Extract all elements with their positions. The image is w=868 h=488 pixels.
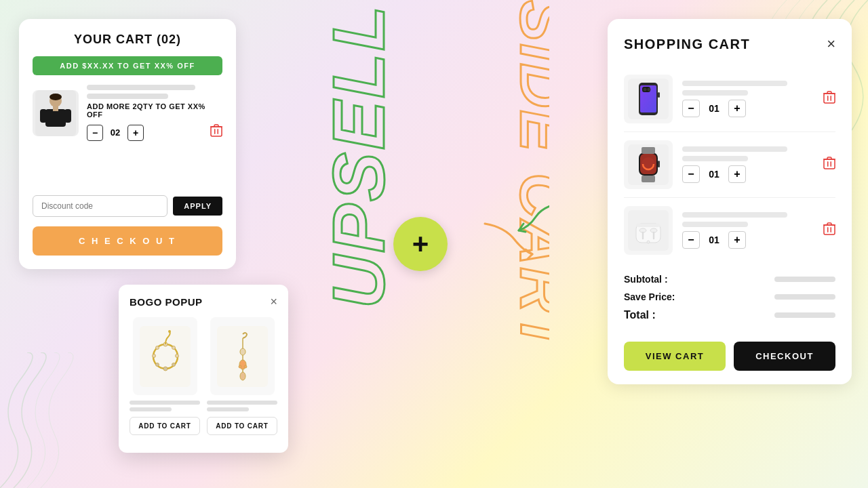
bogo-product-1-image [133,317,197,395]
side-cart-item-3-info: − 01 + [682,212,814,249]
checkout-button-left[interactable]: C H E C K O U T [33,226,222,256]
sc-qty-3-decrease[interactable]: − [682,231,700,249]
cart-item: ADD MORE 2QTY TO GET XX% OFF − 02 + [33,85,222,141]
product-image-person [35,90,76,136]
svg-point-18 [152,354,155,357]
svg-point-14 [175,354,178,357]
delete-icon-2 [823,157,835,170]
upsell-big-text: UPSELL [326,3,391,308]
sc-qty-3-val: 01 [707,235,722,245]
bogo-products: ADD TO CART [130,317,277,435]
sc-delete-1[interactable] [823,91,835,108]
side-cart-item-2-info: − 01 + [682,146,814,183]
bogo-product-1: ADD TO CART [130,317,200,435]
total-label: Total : [624,309,656,321]
iphone-image [628,79,669,119]
subtotal-row: Subtotal : [624,274,835,285]
side-cart-item-2: − 01 + [624,132,835,198]
sc-qty-1-decrease[interactable]: − [682,100,700,117]
save-price-row: Save Price: [624,291,835,302]
svg-point-28 [239,365,241,368]
svg-rect-8 [214,129,216,134]
cart-item-line-2 [87,94,168,99]
sc-line-2 [682,90,748,96]
sc-qty-1-increase[interactable]: + [728,100,746,117]
sc-qty-2-increase[interactable]: + [728,165,746,183]
svg-rect-3 [45,109,66,127]
total-value [774,312,835,318]
svg-point-23 [240,348,245,355]
side-cart-close-btn[interactable]: × [827,35,835,53]
sc-line-6 [682,222,748,227]
earring-2-svg [217,326,268,387]
discount-row: APPLY [33,195,222,217]
svg-point-15 [172,363,175,366]
bogo-product-2-info [207,401,277,414]
qty-decrease-btn[interactable]: − [87,125,103,141]
side-cart-header: SHOPPING CART × [624,35,835,53]
total-row: Total : [624,309,835,321]
sc-delete-3[interactable] [823,222,835,239]
svg-point-27 [240,372,245,380]
apply-discount-btn[interactable]: APPLY [173,197,222,216]
svg-point-29 [244,365,247,368]
svg-rect-63 [831,227,832,232]
qty-value: 02 [108,127,122,138]
sc-qty-3: − 01 + [682,231,814,249]
apple-watch-image [628,144,669,185]
cart-title: YOUR CART (02) [33,33,222,47]
promo-text: ADD $XX.XX TO GET XX% OFF [60,62,195,70]
svg-rect-50 [824,159,835,169]
cart-empty-area [33,148,222,195]
svg-rect-10 [140,326,191,387]
svg-point-20 [168,330,171,333]
svg-rect-51 [827,161,829,167]
sc-delete-2[interactable] [823,157,835,174]
qty-increase-btn[interactable]: + [127,125,144,141]
svg-point-17 [155,363,159,366]
svg-rect-52 [831,161,832,167]
sc-line-4 [682,156,748,161]
svg-point-16 [163,367,167,371]
svg-rect-7 [211,127,222,136]
promo-banner: ADD $XX.XX TO GET XX% OFF [33,56,222,75]
plus-circle: + [393,217,448,271]
bogo-header: BOGO POPUP × [130,296,277,308]
delete-item-btn[interactable] [210,124,222,141]
earring-1-svg [140,326,191,387]
discount-input[interactable] [33,195,167,217]
bogo-line-2 [130,407,172,411]
sc-qty-2-decrease[interactable]: − [682,165,700,183]
svg-rect-40 [831,96,832,101]
svg-rect-9 [218,129,219,134]
svg-rect-55 [636,224,660,227]
sc-line-5 [682,212,787,218]
side-cart-item-3: − 01 + [624,198,835,263]
svg-point-60 [647,241,650,243]
sc-qty-1-val: 01 [707,103,722,114]
left-cart-panel: YOUR CART (02) ADD $XX.XX TO GET XX% OFF [19,19,236,269]
side-cart-item-1: − 01 + [624,66,835,132]
bogo-line-4 [207,407,249,411]
view-cart-btn[interactable]: VIEW CART [624,342,726,371]
svg-point-36 [648,88,651,92]
bogo-add-to-cart-2[interactable]: ADD TO CART [207,417,277,435]
svg-rect-45 [642,147,655,154]
checkout-btn-right[interactable]: CHECKOUT [734,342,835,371]
bogo-close-btn[interactable]: × [270,296,277,308]
bogo-line-1 [130,401,200,405]
save-price-value [774,294,835,300]
sc-qty-3-increase[interactable]: + [728,231,746,249]
qty-control: − 02 + [87,124,222,141]
bogo-line-3 [207,401,277,405]
cart-item-line-1 [87,85,195,90]
sc-qty-1: − 01 + [682,100,814,117]
side-cart-title: SHOPPING CART [624,37,750,52]
svg-rect-4 [40,109,47,123]
airpods-image [628,210,669,251]
bogo-popup: BOGO POPUP × [119,285,288,453]
bogo-product-2: ADD TO CART [207,317,277,435]
bogo-add-to-cart-1[interactable]: ADD TO CART [130,417,200,435]
subtotal-label: Subtotal : [624,274,668,285]
svg-rect-61 [824,225,835,235]
